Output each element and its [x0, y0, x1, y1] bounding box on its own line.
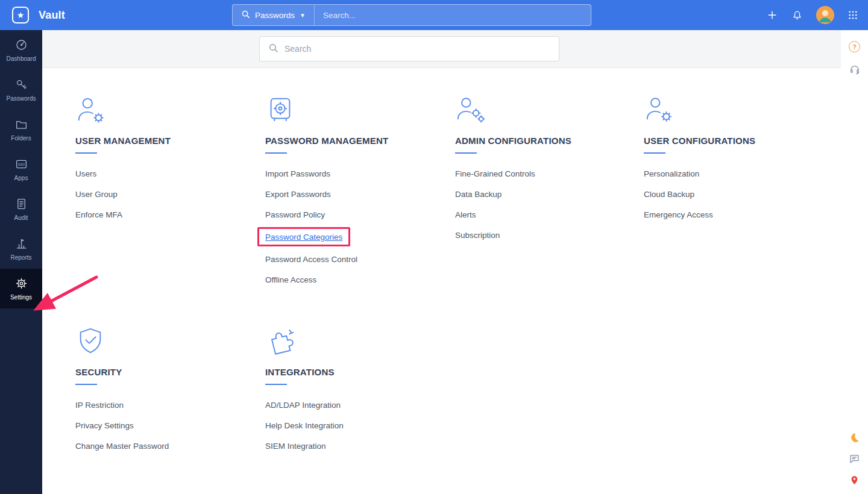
location-pin-icon[interactable]	[849, 474, 860, 486]
title-accent	[455, 152, 477, 154]
sidebar-item-label: Audit	[14, 214, 28, 221]
search-scope-dropdown[interactable]: Passwords ▼	[233, 5, 315, 25]
left-sidebar: Dashboard Passwords Folders SSO Apps Aud…	[0, 30, 42, 494]
sidebar-item-reports[interactable]: Reports	[0, 229, 42, 269]
chevron-down-icon: ▼	[300, 12, 306, 19]
settings-link-users[interactable]: Users	[75, 169, 96, 178]
security-shield-icon	[75, 326, 265, 357]
settings-link-personalization[interactable]: Personalization	[644, 169, 699, 178]
settings-link-subscription[interactable]: Subscription	[455, 231, 500, 240]
settings-link-change-master-password[interactable]: Change Master Password	[75, 442, 169, 451]
group-title: INTEGRATIONS	[265, 367, 455, 377]
group-title: USER CONFIGURATIONS	[644, 136, 834, 146]
title-accent	[644, 152, 665, 154]
settings-page: USER MANAGEMENT Users User Group Enforce…	[42, 30, 841, 494]
settings-link-cloud-backup[interactable]: Cloud Backup	[644, 190, 694, 199]
group-title: PASSWORD MANAGEMENT	[265, 136, 455, 146]
search-icon	[268, 43, 278, 55]
settings-group-security: SECURITY IP Restriction Privacy Settings…	[75, 326, 265, 461]
settings-link-help-desk-integration[interactable]: Help Desk Integration	[265, 421, 344, 430]
password-management-safe-icon	[265, 95, 455, 126]
settings-link-ip-restriction[interactable]: IP Restriction	[75, 401, 124, 410]
top-header: ★ Vault Passwords ▼	[0, 0, 868, 30]
settings-link-user-group[interactable]: User Group	[75, 190, 118, 199]
support-headset-icon[interactable]	[849, 63, 861, 75]
settings-search-band	[42, 30, 841, 68]
user-configurations-icon	[644, 95, 834, 126]
theme-moon-icon[interactable]	[849, 432, 860, 443]
global-search-input[interactable]	[315, 11, 591, 20]
settings-link-siem-integration[interactable]: SIEM Integration	[265, 442, 326, 451]
sidebar-item-label: Dashboard	[7, 55, 36, 62]
sidebar-item-apps[interactable]: SSO Apps	[0, 149, 42, 189]
group-title: ADMIN CONFIGURATIONS	[455, 136, 644, 146]
app-title: Vault	[39, 9, 65, 22]
sidebar-item-label: Folders	[11, 135, 31, 142]
title-accent	[75, 152, 97, 154]
annotation-highlight-box: Password Categories	[257, 227, 350, 246]
search-icon	[241, 10, 250, 21]
settings-link-export-passwords[interactable]: Export Passwords	[265, 190, 331, 199]
sidebar-item-dashboard[interactable]: Dashboard	[0, 30, 42, 70]
settings-link-ad-ldap-integration[interactable]: AD/LDAP Integration	[265, 401, 341, 410]
integrations-puzzle-icon	[265, 326, 455, 357]
settings-group-admin-configurations: ADMIN CONFIGURATIONS Fine-Grained Contro…	[455, 95, 644, 295]
title-accent	[75, 384, 97, 385]
right-utility-rail: ?	[841, 30, 868, 494]
settings-link-offline-access[interactable]: Offline Access	[265, 275, 316, 284]
feedback-chat-icon[interactable]	[849, 453, 860, 464]
sidebar-item-passwords[interactable]: Passwords	[0, 70, 42, 110]
group-title: SECURITY	[75, 367, 265, 377]
notifications-bell-icon[interactable]	[791, 10, 803, 21]
help-icon[interactable]: ?	[849, 41, 860, 52]
settings-group-integrations: INTEGRATIONS AD/LDAP Integration Help De…	[265, 326, 455, 461]
sidebar-item-settings[interactable]: Settings	[0, 269, 42, 308]
user-avatar[interactable]	[816, 6, 834, 24]
user-management-icon	[75, 95, 265, 126]
global-search-bar: Passwords ▼	[232, 4, 591, 26]
settings-link-emergency-access[interactable]: Emergency Access	[644, 210, 713, 219]
sso-badge: SSO	[17, 163, 24, 166]
settings-search-input[interactable]	[285, 44, 550, 54]
settings-group-password-management: PASSWORD MANAGEMENT Import Passwords Exp…	[265, 95, 455, 295]
sidebar-item-label: Reports	[10, 254, 31, 261]
group-title: USER MANAGEMENT	[75, 136, 265, 146]
add-button[interactable]	[766, 9, 778, 21]
settings-link-data-backup[interactable]: Data Backup	[455, 190, 502, 199]
sidebar-item-label: Apps	[14, 175, 28, 181]
search-scope-label: Passwords	[255, 11, 295, 20]
sidebar-item-label: Settings	[10, 294, 32, 301]
settings-link-password-access-control[interactable]: Password Access Control	[265, 255, 357, 264]
settings-search-box	[259, 36, 559, 61]
settings-link-import-passwords[interactable]: Import Passwords	[265, 169, 330, 178]
settings-link-fine-grained-controls[interactable]: Fine-Grained Controls	[455, 169, 535, 178]
settings-link-alerts[interactable]: Alerts	[455, 210, 476, 219]
settings-group-user-configurations: USER CONFIGURATIONS Personalization Clou…	[644, 95, 834, 295]
title-accent	[265, 384, 287, 385]
admin-configurations-icon	[455, 95, 644, 126]
sidebar-item-audit[interactable]: Audit	[0, 189, 42, 229]
title-accent	[265, 152, 287, 154]
settings-link-password-policy[interactable]: Password Policy	[265, 210, 325, 219]
vault-logo-icon[interactable]: ★	[12, 7, 29, 23]
settings-group-user-management: USER MANAGEMENT Users User Group Enforce…	[75, 95, 265, 295]
sidebar-item-folders[interactable]: Folders	[0, 110, 42, 149]
settings-link-enforce-mfa[interactable]: Enforce MFA	[75, 210, 122, 219]
apps-grid-icon[interactable]	[848, 10, 858, 20]
settings-link-privacy-settings[interactable]: Privacy Settings	[75, 421, 134, 430]
settings-link-password-categories[interactable]: Password Categories	[265, 233, 342, 242]
sidebar-item-label: Passwords	[7, 95, 36, 102]
